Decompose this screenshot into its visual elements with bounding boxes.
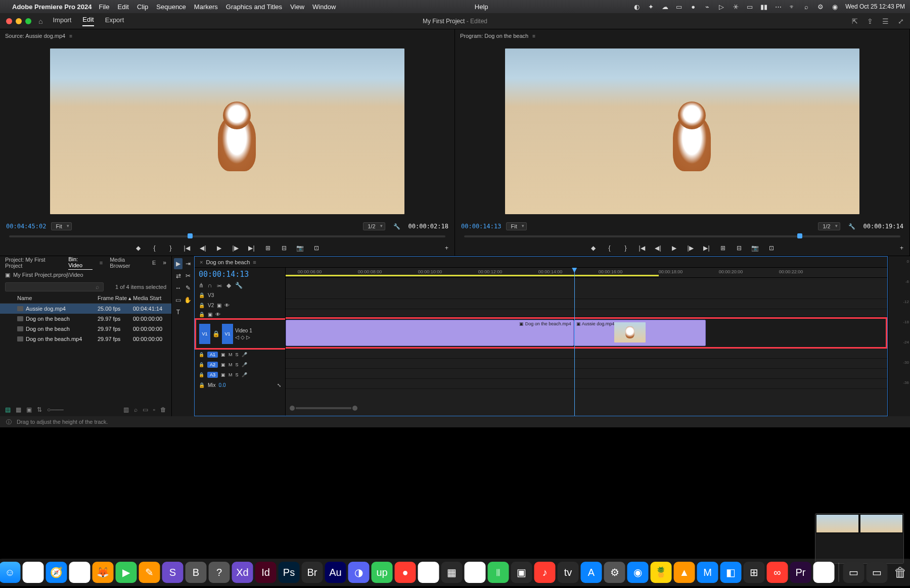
dock-app[interactable]: ▤	[813, 562, 835, 583]
list-view-icon[interactable]: ▤	[5, 406, 11, 413]
control-center-icon[interactable]: ⚙	[816, 2, 825, 11]
track-a2-label[interactable]: A2	[207, 362, 218, 368]
siri-icon[interactable]: ◉	[830, 2, 839, 11]
panel-menu-icon[interactable]: ≡	[69, 33, 72, 39]
goto-in-icon[interactable]: |◀	[638, 244, 647, 252]
menu-sequence[interactable]: Sequence	[156, 3, 186, 11]
close-window-button[interactable]	[6, 18, 12, 24]
lock-icon[interactable]: 🔒	[199, 362, 204, 367]
mute-button[interactable]: M	[229, 352, 233, 357]
sort-icon[interactable]: ⇅	[37, 406, 42, 413]
icon-view-icon[interactable]: ▦	[16, 406, 21, 413]
bin-tab[interactable]: Bin: Video	[68, 256, 93, 270]
folder-icon[interactable]: ▭	[674, 2, 684, 11]
track-select-tool[interactable]: ⇥	[184, 258, 192, 269]
menu-view[interactable]: View	[290, 3, 304, 11]
status-icon[interactable]: ⌁	[703, 2, 712, 11]
dock-app[interactable]: ⊞	[744, 562, 765, 583]
trash-icon[interactable]: 🗑	[160, 406, 166, 413]
dock-app[interactable]: S	[162, 562, 184, 583]
dock-bridge[interactable]: Br	[302, 562, 323, 583]
mute-button[interactable]: M	[229, 372, 233, 377]
dock-firefox[interactable]: 🦊	[93, 562, 114, 583]
voiceover-icon[interactable]: 🎤	[242, 372, 247, 377]
menu-clip[interactable]: Clip	[137, 3, 148, 11]
close-icon[interactable]: ×	[200, 259, 203, 265]
track-a1[interactable]	[286, 349, 887, 359]
timeline-clip[interactable]: ▣ Aussie dog.mp4	[574, 320, 706, 346]
sequence-name[interactable]: Dog on the beach	[206, 259, 250, 265]
expand-icon[interactable]: ⤡	[277, 382, 281, 388]
lock-icon[interactable]: 🔒	[199, 372, 204, 377]
dock-notes[interactable]: ✎	[139, 562, 160, 583]
selection-tool[interactable]: ▶	[174, 258, 183, 269]
insert-icon[interactable]: ⊞	[263, 244, 272, 252]
in-point-icon[interactable]: {	[605, 244, 614, 252]
solo-button[interactable]: S	[236, 352, 239, 357]
marker-icon[interactable]: ◆	[134, 244, 143, 252]
effects-tab[interactable]: E	[152, 260, 156, 266]
out-point-icon[interactable]: }	[166, 244, 175, 252]
track-a2[interactable]	[286, 359, 887, 369]
lock-icon[interactable]: 🔒	[199, 352, 204, 357]
track-a3-label[interactable]: A3	[207, 372, 218, 378]
lift-icon[interactable]: ⊞	[718, 244, 727, 252]
status-icon[interactable]: ◐	[632, 2, 641, 11]
button-editor-icon[interactable]: ⊡	[767, 244, 776, 252]
marker-icon[interactable]: ◆	[589, 244, 598, 252]
status-icon[interactable]: ⋯	[774, 2, 783, 11]
step-back-icon[interactable]: ◀|	[654, 244, 663, 252]
timeline-zoom-scrollbar[interactable]	[286, 404, 887, 412]
dock-creativecloud[interactable]: ∞	[767, 562, 788, 583]
dock-app[interactable]: M	[697, 562, 718, 583]
settings-icon[interactable]: 🔧	[393, 223, 400, 230]
dock-trash[interactable]: 🗑	[890, 562, 911, 583]
source-timecode-left[interactable]: 00:04:45:02	[6, 223, 46, 230]
settings-icon[interactable]: 🔧	[235, 282, 243, 289]
dock-chrome[interactable]: ◉	[69, 562, 90, 583]
status-icon[interactable]: ●	[689, 2, 698, 11]
track-v2[interactable]	[286, 299, 887, 309]
program-canvas[interactable]	[455, 42, 909, 220]
goto-in-icon[interactable]: |◀	[183, 244, 192, 252]
voiceover-icon[interactable]: 🎤	[242, 362, 247, 367]
project-tab[interactable]: Project: My First Project	[5, 257, 61, 269]
settings-icon[interactable]: 🔧	[848, 223, 855, 230]
zoom-tool[interactable]	[184, 307, 192, 318]
snap-icon[interactable]: ⋔	[199, 282, 204, 289]
track-v3-label[interactable]: V3	[208, 292, 214, 298]
dock-upwork[interactable]: up	[372, 562, 393, 583]
col-mediastart[interactable]: Media Start	[133, 295, 168, 302]
v1-target[interactable]: V1	[222, 324, 233, 344]
dock-app[interactable]: ●	[395, 562, 416, 583]
status-icon[interactable]: ☁	[660, 2, 669, 11]
lock-icon[interactable]: 🔒	[199, 292, 205, 298]
panel-menu-icon[interactable]: ≡	[253, 259, 256, 265]
goto-out-icon[interactable]: ▶|	[247, 244, 256, 252]
dock-xd[interactable]: Xd	[232, 562, 253, 583]
project-row[interactable]: Dog on the beach.mp4 29.97 fps00:00:00:0…	[0, 334, 171, 344]
out-point-icon[interactable]: }	[621, 244, 630, 252]
status-icon[interactable]: ✦	[646, 2, 655, 11]
dock-discord[interactable]: ◑	[348, 562, 370, 583]
dock-downloads[interactable]: ▭	[867, 562, 888, 583]
eye-icon[interactable]: 👁	[215, 312, 220, 317]
dock-app[interactable]: ?	[209, 562, 230, 583]
source-canvas[interactable]	[0, 42, 454, 220]
toggle-output-icon[interactable]: ▣	[217, 303, 221, 308]
solo-button[interactable]: S	[236, 362, 239, 367]
picture-in-picture[interactable]	[815, 513, 904, 564]
dock-app[interactable]: B	[186, 562, 207, 583]
slip-tool[interactable]: ↔	[174, 282, 183, 293]
dock-appletv[interactable]: tv	[558, 562, 579, 583]
dock-slack[interactable]: ✱	[418, 562, 439, 583]
new-bin-icon[interactable]: ▭	[143, 406, 148, 413]
status-icon[interactable]: ▷	[717, 2, 726, 11]
menu-markers[interactable]: Markers	[194, 3, 218, 11]
overflow-icon[interactable]: »	[163, 259, 166, 266]
project-row[interactable]: Dog on the beach 29.97 fps00:00:00:00	[0, 314, 171, 324]
in-point-icon[interactable]: {	[150, 244, 159, 252]
dock-safari[interactable]: 🧭	[46, 562, 67, 583]
lock-icon[interactable]: 🔒	[199, 312, 205, 317]
dock-launchpad[interactable]: ▦	[23, 562, 44, 583]
